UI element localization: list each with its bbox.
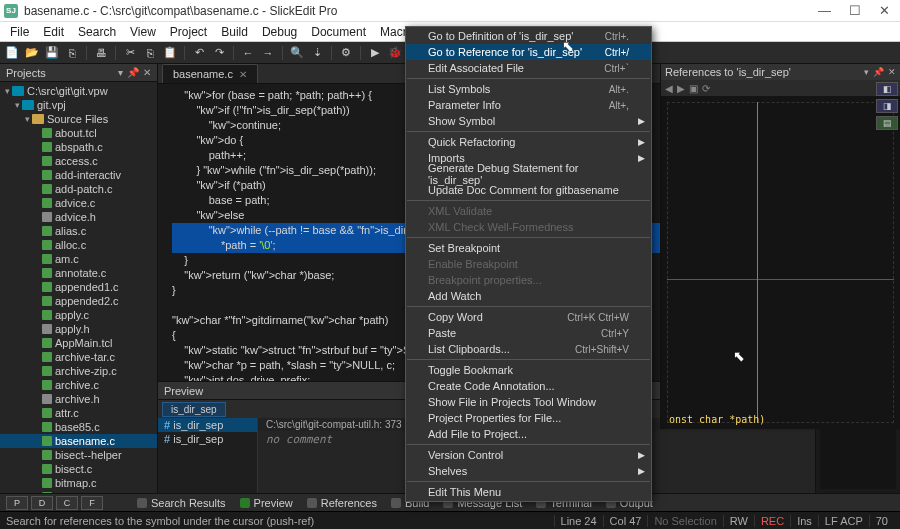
- menu-view[interactable]: View: [124, 23, 162, 41]
- tree-item[interactable]: alias.c: [0, 224, 157, 238]
- redo-icon[interactable]: ↷: [211, 45, 227, 61]
- new-icon[interactable]: 📄: [4, 45, 20, 61]
- preview-list-item[interactable]: # is_dir_sep: [158, 432, 257, 446]
- menu-item[interactable]: Quick Refactoring▶: [406, 134, 651, 150]
- menu-item[interactable]: Create Code Annotation...: [406, 378, 651, 394]
- menu-item[interactable]: Version Control▶: [406, 447, 651, 463]
- tree-item[interactable]: archive-zip.c: [0, 364, 157, 378]
- forward-icon[interactable]: →: [260, 45, 276, 61]
- minimize-icon[interactable]: —: [818, 3, 831, 18]
- menu-debug[interactable]: Debug: [256, 23, 303, 41]
- save-icon[interactable]: 💾: [44, 45, 60, 61]
- tree-item[interactable]: am.c: [0, 252, 157, 266]
- left-tab-c[interactable]: C: [56, 496, 78, 510]
- left-tab-p[interactable]: P: [6, 496, 28, 510]
- tree-item[interactable]: blame.c: [0, 490, 157, 493]
- menu-item[interactable]: List SymbolsAlt+.: [406, 81, 651, 97]
- tree-item[interactable]: apply.c: [0, 308, 157, 322]
- tree-item[interactable]: bitmap.c: [0, 476, 157, 490]
- project-tree[interactable]: ▾C:\src\git\git.vpw▾git.vpj▾Source Files…: [0, 82, 157, 493]
- tree-item[interactable]: bisect--helper: [0, 448, 157, 462]
- copy-icon[interactable]: ⎘: [142, 45, 158, 61]
- back-icon[interactable]: ←: [240, 45, 256, 61]
- find-icon[interactable]: 🔍: [289, 45, 305, 61]
- tree-item[interactable]: ▾Source Files: [0, 112, 157, 126]
- dropdown-icon[interactable]: ▾: [118, 67, 123, 78]
- pin-icon[interactable]: 📌: [873, 67, 884, 77]
- menu-item[interactable]: Go to Reference for 'is_dir_sep'Ctrl+/: [406, 44, 651, 60]
- build-icon[interactable]: ▶: [367, 45, 383, 61]
- debug-icon[interactable]: 🐞: [387, 45, 403, 61]
- menu-item[interactable]: Shelves▶: [406, 463, 651, 479]
- print-icon[interactable]: 🖶: [93, 45, 109, 61]
- menu-item[interactable]: List Clipboards...Ctrl+Shift+V: [406, 341, 651, 357]
- ref-nav2-icon[interactable]: ◨: [876, 99, 898, 113]
- tree-item[interactable]: add-interactiv: [0, 168, 157, 182]
- tab-close-icon[interactable]: ✕: [239, 69, 247, 80]
- close-pane-icon[interactable]: ✕: [143, 67, 151, 78]
- ref-next-icon[interactable]: ▶: [677, 83, 685, 94]
- tree-item[interactable]: appended2.c: [0, 294, 157, 308]
- tree-item[interactable]: advice.h: [0, 210, 157, 224]
- config-icon[interactable]: ⚙: [338, 45, 354, 61]
- ref-nav3-icon[interactable]: ▤: [876, 116, 898, 130]
- editor-tab[interactable]: basename.c ✕: [162, 64, 258, 83]
- cut-icon[interactable]: ✂: [122, 45, 138, 61]
- bottom-tab-references[interactable]: References: [307, 497, 377, 509]
- maximize-icon[interactable]: ☐: [849, 3, 861, 18]
- tree-item[interactable]: attr.c: [0, 406, 157, 420]
- menu-item[interactable]: Project Properties for File...: [406, 410, 651, 426]
- menu-item[interactable]: Edit Associated FileCtrl+`: [406, 60, 651, 76]
- menu-document[interactable]: Document: [305, 23, 372, 41]
- undo-icon[interactable]: ↶: [191, 45, 207, 61]
- menu-item[interactable]: PasteCtrl+Y: [406, 325, 651, 341]
- preview-symbol-list[interactable]: # is_dir_sep# is_dir_sep: [158, 418, 258, 493]
- menu-item[interactable]: Edit This Menu: [406, 484, 651, 500]
- menu-item[interactable]: Go to Definition of 'is_dir_sep'Ctrl+.: [406, 28, 651, 44]
- menu-build[interactable]: Build: [215, 23, 254, 41]
- ref-refresh-icon[interactable]: ⟳: [702, 83, 710, 94]
- menu-file[interactable]: File: [4, 23, 35, 41]
- tree-item[interactable]: archive.h: [0, 392, 157, 406]
- open-icon[interactable]: 📂: [24, 45, 40, 61]
- menu-edit[interactable]: Edit: [37, 23, 70, 41]
- menu-item[interactable]: Show File in Projects Tool Window: [406, 394, 651, 410]
- dropdown-icon[interactable]: ▾: [864, 67, 869, 77]
- tree-item[interactable]: archive.c: [0, 378, 157, 392]
- left-tab-d[interactable]: D: [31, 496, 53, 510]
- menu-item[interactable]: Parameter InfoAlt+,: [406, 97, 651, 113]
- menu-item[interactable]: Copy WordCtrl+K Ctrl+W: [406, 309, 651, 325]
- menu-item[interactable]: Update Doc Comment for gitbasename: [406, 182, 651, 198]
- bottom-tab-search-results[interactable]: Search Results: [137, 497, 226, 509]
- references-body[interactable]: onst char *path): [661, 96, 900, 429]
- pin-icon[interactable]: 📌: [127, 67, 139, 78]
- menu-item[interactable]: Generate Debug Statement for 'is_dir_sep…: [406, 166, 651, 182]
- tree-item[interactable]: AppMain.tcl: [0, 336, 157, 350]
- tree-item[interactable]: apply.h: [0, 322, 157, 336]
- tree-item[interactable]: access.c: [0, 154, 157, 168]
- menu-item[interactable]: Add Watch: [406, 288, 651, 304]
- tree-item[interactable]: bisect.c: [0, 462, 157, 476]
- findnext-icon[interactable]: ⇣: [309, 45, 325, 61]
- preview-tab[interactable]: is_dir_sep: [162, 402, 226, 417]
- menu-item[interactable]: Show Symbol▶: [406, 113, 651, 129]
- bottom-tab-preview[interactable]: Preview: [240, 497, 293, 509]
- ref-prev-icon[interactable]: ◀: [665, 83, 673, 94]
- tree-item[interactable]: appended1.c: [0, 280, 157, 294]
- left-tab-f[interactable]: F: [81, 496, 103, 510]
- tree-item[interactable]: abspath.c: [0, 140, 157, 154]
- close-pane-icon[interactable]: ✕: [888, 67, 896, 77]
- tree-item[interactable]: archive-tar.c: [0, 350, 157, 364]
- tree-item[interactable]: base85.c: [0, 420, 157, 434]
- tree-item[interactable]: ▾git.vpj: [0, 98, 157, 112]
- ref-nav1-icon[interactable]: ◧: [876, 82, 898, 96]
- menu-item[interactable]: Set Breakpoint: [406, 240, 651, 256]
- paste-icon[interactable]: 📋: [162, 45, 178, 61]
- menu-project[interactable]: Project: [164, 23, 213, 41]
- saveall-icon[interactable]: ⎘: [64, 45, 80, 61]
- context-menu[interactable]: Go to Definition of 'is_dir_sep'Ctrl+.Go…: [405, 26, 652, 502]
- menu-item[interactable]: Toggle Bookmark: [406, 362, 651, 378]
- tree-item[interactable]: about.tcl: [0, 126, 157, 140]
- tree-item[interactable]: ▾C:\src\git\git.vpw: [0, 84, 157, 98]
- ref-collapse-icon[interactable]: ▣: [689, 83, 698, 94]
